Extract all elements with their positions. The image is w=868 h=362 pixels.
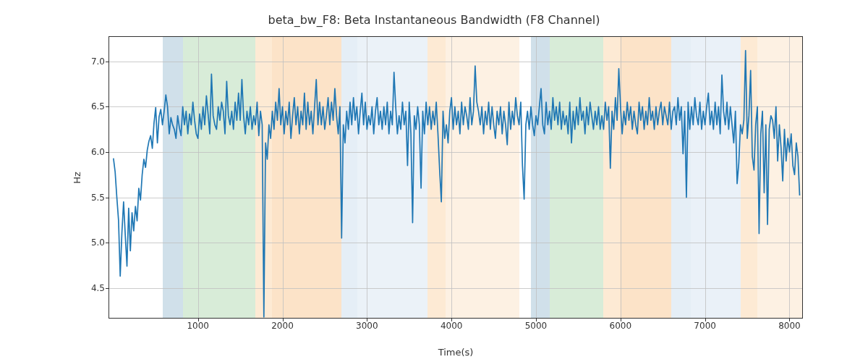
tick-mark [106,243,109,243]
tick-mark [106,62,109,62]
tick-mark [106,288,109,289]
x-tick-label: 1000 [187,321,209,331]
x-tick-label: 2000 [271,321,294,331]
x-axis-label: Time(s) [109,347,803,358]
y-axis-label: Hz [71,172,82,184]
x-tick-label: 3000 [356,321,378,331]
x-tick-label: 8000 [778,321,801,331]
x-tick-label: 7000 [694,321,716,331]
tick-mark [106,152,109,153]
data-line [114,51,800,317]
y-tick-label: 7.0 [91,56,105,67]
line-series [109,37,802,318]
y-tick-label: 5.0 [91,237,105,248]
y-tick-label: 6.5 [91,101,105,111]
y-tick-label: 6.0 [91,147,105,157]
y-axis-label-container: Hz [69,36,84,319]
plot-area [109,37,802,318]
x-tick-label: 4000 [441,321,463,331]
y-tick-label: 4.5 [91,283,105,293]
x-tick-label: 5000 [525,321,548,331]
axes: 100020003000400050006000700080004.55.05.… [109,36,803,319]
tick-mark [106,198,109,198]
tick-mark [106,106,109,107]
x-tick-label: 6000 [610,321,632,331]
chart-title: beta_bw_F8: Beta Instantaneous Bandwidth… [0,13,868,27]
figure: beta_bw_F8: Beta Instantaneous Bandwidth… [0,0,868,362]
y-tick-label: 5.5 [91,193,105,203]
